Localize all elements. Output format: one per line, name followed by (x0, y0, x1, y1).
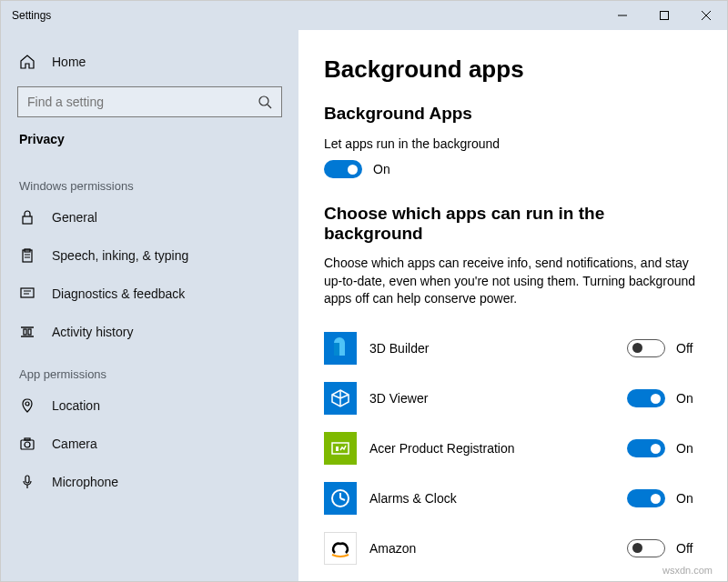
app-icon (324, 482, 357, 515)
app-row: Alarms & ClockOn (324, 478, 703, 519)
app-row: 3D ViewerOn (324, 378, 703, 419)
close-button[interactable] (685, 1, 727, 30)
app-row: AmazonOff (324, 528, 703, 569)
search-box[interactable] (17, 86, 282, 117)
app-icon (324, 532, 357, 565)
master-toggle[interactable] (324, 160, 362, 178)
sidebar-item-label: Microphone (52, 475, 118, 489)
watermark: wsxdn.com (662, 565, 713, 576)
app-name: Acer Product Registration (369, 441, 627, 456)
sidebar-item-label: Location (52, 398, 100, 413)
maximize-button[interactable] (643, 1, 685, 30)
app-row: Acer Product RegistrationOn (324, 428, 703, 469)
app-toggle[interactable] (627, 539, 665, 557)
home-label: Home (52, 55, 86, 69)
page-title: Background apps (324, 55, 703, 84)
app-permissions-header: App permissions (1, 351, 298, 386)
svg-point-4 (259, 96, 268, 105)
svg-rect-24 (332, 443, 349, 454)
app-toggle[interactable] (627, 489, 665, 507)
svg-rect-22 (25, 476, 29, 483)
svg-line-28 (340, 498, 345, 500)
app-toggle-state: On (676, 491, 693, 506)
window-title: Settings (12, 9, 602, 22)
svg-rect-21 (25, 438, 30, 440)
sidebar-item-speech[interactable]: Speech, inking, & typing (1, 236, 298, 275)
sidebar-item-label: General (52, 210, 97, 225)
sidebar-item-general[interactable]: General (1, 198, 298, 236)
search-input[interactable] (27, 95, 258, 109)
clipboard-icon (19, 248, 35, 263)
app-name: Alarms & Clock (369, 491, 627, 506)
category-label: Privacy (1, 130, 298, 163)
window-controls (602, 1, 727, 30)
microphone-icon (19, 475, 35, 489)
section-subtitle: Background Apps (324, 104, 703, 124)
svg-rect-16 (24, 329, 26, 335)
svg-rect-25 (336, 447, 339, 451)
app-toggle-state: On (676, 441, 693, 456)
sidebar-item-microphone[interactable]: Microphone (1, 463, 298, 501)
svg-point-20 (25, 442, 30, 447)
search-icon (258, 95, 272, 109)
feedback-icon (19, 286, 35, 301)
app-toggle-wrap: Off (627, 539, 703, 557)
app-toggle[interactable] (627, 339, 665, 357)
titlebar: Settings (1, 1, 727, 30)
location-icon (19, 398, 35, 413)
app-name: Amazon (369, 541, 627, 556)
main-content: Background apps Background Apps Let apps… (298, 30, 727, 581)
app-toggle-wrap: On (627, 389, 703, 407)
minimize-button[interactable] (602, 1, 643, 30)
sidebar-item-activity[interactable]: Activity history (1, 313, 298, 351)
sidebar-item-label: Diagnostics & feedback (52, 286, 185, 301)
svg-rect-11 (21, 288, 34, 297)
home-link[interactable]: Home (1, 43, 298, 81)
master-toggle-state: On (373, 162, 390, 176)
svg-rect-6 (23, 216, 32, 224)
app-toggle-state: Off (676, 341, 693, 356)
app-toggle[interactable] (627, 389, 665, 407)
app-toggle-wrap: On (627, 439, 703, 457)
windows-permissions-header: Windows permissions (1, 163, 298, 198)
svg-line-5 (268, 105, 271, 108)
app-icon (324, 382, 357, 415)
app-toggle-state: Off (676, 541, 693, 556)
sidebar-item-camera[interactable]: Camera (1, 425, 298, 463)
app-row: 3D BuilderOff (324, 328, 703, 369)
app-icon (324, 332, 357, 365)
sidebar-item-label: Speech, inking, & typing (52, 248, 188, 263)
svg-point-18 (25, 402, 29, 406)
app-toggle-wrap: Off (627, 339, 703, 357)
history-icon (19, 325, 35, 339)
sidebar-item-location[interactable]: Location (1, 386, 298, 425)
app-toggle-wrap: On (627, 489, 703, 507)
sidebar-item-diagnostics[interactable]: Diagnostics & feedback (1, 275, 298, 313)
apps-list: 3D BuilderOff3D ViewerOnAcer Product Reg… (324, 328, 703, 569)
sidebar: Home Privacy Windows permissions General (1, 30, 298, 581)
sidebar-item-label: Activity history (52, 325, 133, 339)
app-toggle[interactable] (627, 439, 665, 457)
apps-section-title: Choose which apps can run in the backgro… (324, 204, 703, 244)
lock-icon (19, 210, 35, 225)
app-name: 3D Viewer (369, 391, 627, 406)
svg-rect-17 (28, 329, 31, 335)
camera-icon (19, 436, 35, 451)
svg-rect-1 (661, 12, 669, 20)
app-icon (324, 432, 357, 465)
home-icon (19, 54, 35, 70)
apps-section-description: Choose which apps can receive info, send… (324, 255, 703, 308)
app-name: 3D Builder (369, 341, 627, 356)
app-toggle-state: On (676, 391, 693, 406)
master-toggle-label: Let apps run in the background (324, 136, 703, 151)
sidebar-item-label: Camera (52, 436, 97, 451)
